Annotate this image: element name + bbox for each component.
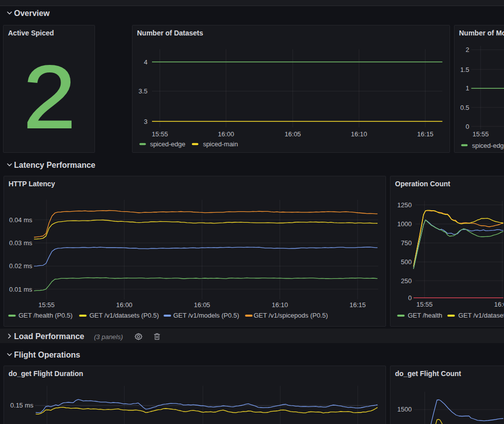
svg-text:GET /v1/datasets: GET /v1/datasets	[458, 312, 504, 319]
svg-text:0.04 ms: 0.04 ms	[9, 216, 32, 224]
svg-text:250: 250	[401, 277, 412, 285]
svg-text:1250: 1250	[398, 201, 412, 209]
svg-text:15:55: 15:55	[472, 130, 489, 138]
svg-text:15:55: 15:55	[416, 301, 433, 308]
svg-text:0: 0	[408, 294, 412, 302]
svg-text:16:10: 16:10	[272, 301, 288, 309]
svg-text:1.5: 1.5	[460, 66, 469, 73]
svg-text:16:05: 16:05	[194, 301, 210, 309]
svg-text:GET /v1/models (P0.5): GET /v1/models (P0.5)	[173, 312, 239, 319]
svg-text:1: 1	[466, 84, 469, 92]
svg-text:16:00: 16:00	[218, 130, 234, 138]
svg-text:3: 3	[144, 118, 148, 125]
svg-text:16:15: 16:15	[350, 301, 366, 309]
svg-text:0.03 ms: 0.03 ms	[9, 239, 32, 247]
svg-text:GET /health (P0.5): GET /health (P0.5)	[18, 312, 72, 319]
svg-text:0: 0	[466, 123, 469, 130]
svg-text:GET /health: GET /health	[408, 312, 442, 319]
svg-text:0.02 ms: 0.02 ms	[9, 262, 32, 270]
svg-text:16:00: 16:00	[494, 301, 504, 308]
svg-text:spiced-main: spiced-main	[203, 140, 238, 148]
svg-text:2: 2	[466, 46, 469, 53]
svg-text:15:55: 15:55	[152, 130, 168, 138]
svg-text:0.15 ms: 0.15 ms	[10, 402, 34, 409]
svg-text:0.5: 0.5	[460, 104, 469, 111]
svg-text:16:10: 16:10	[351, 130, 368, 138]
svg-text:0.01 ms: 0.01 ms	[9, 286, 32, 293]
svg-text:GET /v1/spicepods (P0.5): GET /v1/spicepods (P0.5)	[254, 312, 328, 319]
svg-text:4: 4	[144, 58, 148, 66]
svg-text:500: 500	[401, 258, 412, 266]
svg-text:GET /v1/datasets (P0.5): GET /v1/datasets (P0.5)	[90, 312, 159, 319]
svg-text:16:00: 16:00	[116, 301, 132, 309]
svg-text:1500: 1500	[398, 406, 412, 413]
svg-text:750: 750	[401, 239, 412, 247]
svg-text:16:15: 16:15	[417, 130, 434, 138]
svg-text:3.5: 3.5	[138, 87, 148, 95]
svg-text:15:55: 15:55	[38, 301, 55, 309]
svg-text:1000: 1000	[398, 220, 412, 228]
svg-text:16:05: 16:05	[284, 130, 301, 138]
svg-text:spiced-edge: spiced-edge	[150, 140, 186, 148]
svg-text:spiced-edge: spiced-edge	[472, 142, 504, 149]
